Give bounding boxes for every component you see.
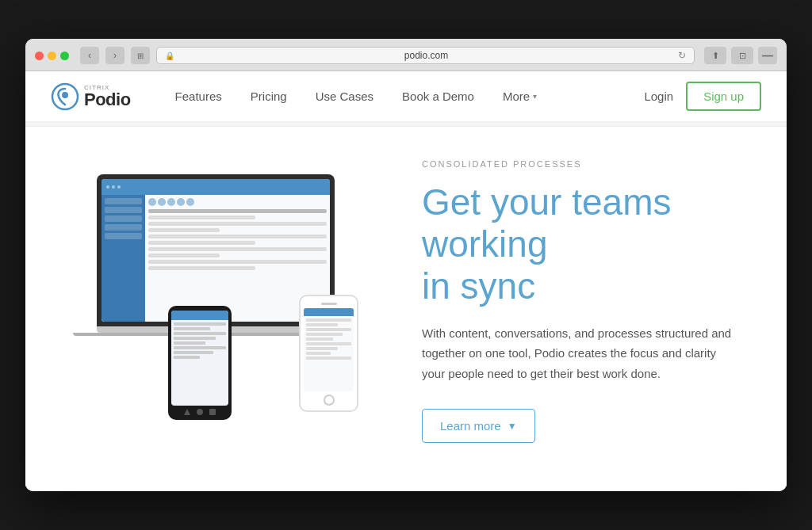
sidebar-mock-item: [105, 215, 142, 222]
tab-list-icon: ⊞: [137, 51, 144, 60]
iphone-row: [306, 342, 351, 345]
laptop-sidebar: [102, 195, 145, 322]
phone-row: [174, 327, 210, 330]
refresh-button[interactable]: ↻: [678, 50, 686, 61]
iphone-row: [306, 357, 351, 360]
svg-point-1: [62, 92, 68, 98]
phone-row: [174, 346, 226, 349]
learn-more-label: Learn more: [440, 419, 501, 433]
phone-row: [174, 337, 216, 340]
android-home-btn: [197, 409, 203, 415]
devices-container: [97, 174, 366, 428]
mock-row: [148, 222, 327, 226]
iphone-row: [306, 323, 338, 326]
logo[interactable]: CITRIX Podio: [51, 82, 131, 111]
android-top-bar: [171, 311, 228, 320]
chevron-down-icon: ▾: [533, 92, 537, 101]
more-icon: —: [762, 49, 773, 62]
address-bar[interactable]: 🔒 podio.com ↻: [156, 47, 695, 64]
laptop-top-bar: [102, 179, 330, 195]
back-button[interactable]: ‹: [80, 47, 99, 64]
learn-more-button[interactable]: Learn more ▼: [422, 409, 535, 443]
iphone-row: [306, 328, 351, 331]
browser-action-buttons: ⬆ ⊡ —: [704, 47, 777, 64]
nav-pricing[interactable]: Pricing: [238, 83, 300, 109]
avatar-mock: [148, 198, 156, 206]
login-link[interactable]: Login: [644, 90, 673, 103]
podio-logo-icon: [51, 82, 79, 111]
hero-description: With content, conversations, and process…: [422, 323, 739, 384]
iphone-row: [306, 337, 333, 341]
sidebar-mock-item: [105, 207, 142, 213]
laptop-dot: [117, 185, 121, 189]
avatar-mock: [167, 198, 175, 206]
mock-row: [148, 215, 255, 219]
laptop-screen-content: [102, 179, 330, 322]
iphone-content: [304, 308, 354, 391]
hero-text-content: CONSOLIDATED PROCESSES Get your teams wo…: [390, 159, 739, 443]
iphone-mockup: [299, 295, 358, 412]
lock-icon: 🔒: [165, 51, 174, 60]
hero-section: CONSOLIDATED PROCESSES Get your teams wo…: [25, 127, 787, 491]
podio-label: Podio: [84, 91, 131, 109]
signup-button[interactable]: Sign up: [686, 82, 761, 111]
mock-row: [148, 247, 327, 251]
nav-use-cases[interactable]: Use Cases: [303, 83, 386, 109]
main-navigation: CITRIX Podio Features Pricing Use Cases …: [25, 71, 787, 122]
mock-row: [148, 209, 327, 213]
mock-row: [148, 260, 327, 264]
nav-actions: Login Sign up: [644, 82, 761, 111]
traffic-lights: [35, 51, 69, 60]
logo-text: CITRIX Podio: [84, 85, 131, 109]
phone-row: [174, 351, 213, 354]
expand-icon: ⊡: [739, 51, 746, 61]
nav-features[interactable]: Features: [163, 83, 235, 109]
fullscreen-window-btn[interactable]: [60, 51, 69, 60]
iphone-row: [306, 318, 351, 322]
browser-window: ‹ › ⊞ 🔒 podio.com ↻ ⬆ ⊡ —: [25, 39, 787, 491]
android-content: [171, 320, 228, 363]
section-label: CONSOLIDATED PROCESSES: [422, 159, 739, 169]
website-content: CITRIX Podio Features Pricing Use Cases …: [25, 71, 787, 491]
phone-row: [174, 356, 200, 359]
url-text: podio.com: [179, 50, 673, 61]
tab-list-button[interactable]: ⊞: [131, 47, 150, 64]
android-phone-mockup: [168, 306, 232, 420]
nav-book-demo[interactable]: Book a Demo: [389, 83, 487, 109]
hero-devices: [73, 174, 390, 428]
nav-more[interactable]: More ▾: [490, 83, 550, 109]
iphone-rows: [304, 316, 354, 364]
minimize-window-btn[interactable]: [48, 51, 56, 60]
forward-button[interactable]: ›: [105, 47, 124, 64]
hero-title: Get your teams working in sync: [422, 181, 739, 307]
expand-button[interactable]: ⊡: [731, 47, 753, 64]
avatar-row: [148, 198, 327, 206]
sidebar-mock-item: [105, 224, 142, 231]
phone-row: [174, 332, 226, 335]
android-back-btn: [184, 409, 190, 415]
iphone-speaker: [321, 303, 337, 305]
avatar-mock: [177, 198, 185, 206]
avatar-mock: [158, 198, 166, 206]
mock-row: [148, 234, 327, 238]
iphone-row: [306, 352, 331, 355]
nav-links: Features Pricing Use Cases Book a Demo M…: [163, 83, 645, 109]
browser-more-button[interactable]: —: [758, 47, 777, 64]
forward-icon: ›: [113, 50, 117, 61]
iphone-home-button[interactable]: [324, 395, 335, 406]
laptop-content-area: [102, 195, 330, 322]
hero-title-line1: Get your teams working: [422, 181, 671, 265]
iphone-screen: [304, 308, 354, 391]
share-button[interactable]: ⬆: [704, 47, 726, 64]
sidebar-mock-item: [105, 198, 142, 204]
close-window-btn[interactable]: [35, 51, 44, 60]
learn-more-arrow-icon: ▼: [508, 421, 517, 432]
phone-row: [174, 341, 205, 345]
android-screen-content: [171, 311, 228, 406]
android-recents-btn: [209, 409, 216, 415]
phone-row: [174, 322, 226, 326]
hero-title-line2: in sync: [422, 265, 535, 307]
mock-row: [148, 228, 220, 232]
mock-row: [148, 241, 255, 245]
laptop-screen: [102, 179, 330, 322]
